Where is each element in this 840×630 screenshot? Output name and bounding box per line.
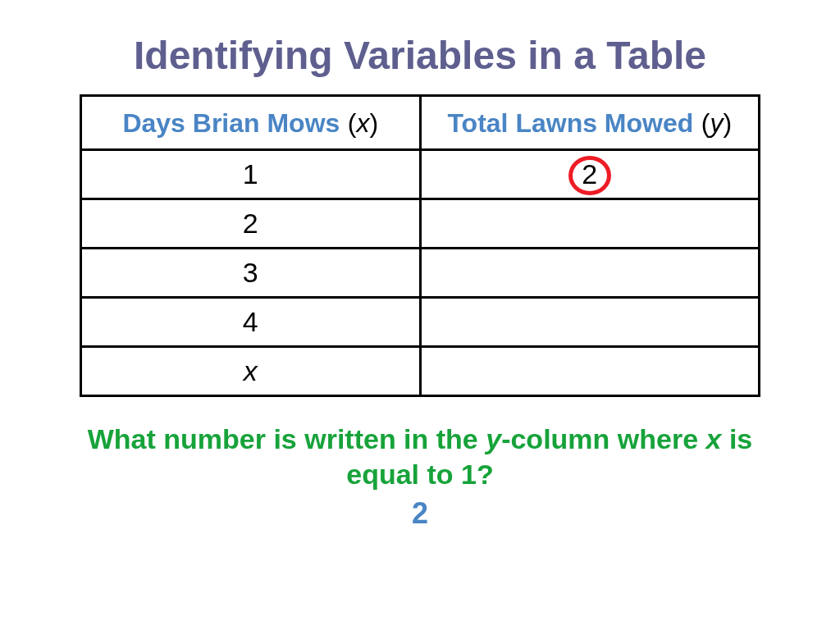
cell-x-value: 2: [243, 208, 258, 239]
table-row: 3: [81, 249, 760, 298]
table-row: 4: [81, 298, 760, 347]
header-var-x: (x): [348, 108, 378, 138]
table-header-row: Days Brian Mows (x) Total Lawns Mowed (y…: [81, 96, 760, 150]
cell-x: 2: [81, 199, 421, 249]
question-part1: What number is written in the: [88, 423, 486, 454]
header-label-y: Total Lawns Mowed: [447, 108, 693, 138]
cell-y: [420, 347, 760, 396]
question-text: What number is written in the y-column w…: [0, 422, 840, 491]
question-var-y: y: [486, 423, 501, 454]
cell-x: 4: [81, 298, 421, 347]
table-row: x: [81, 347, 760, 396]
cell-x-value: 1: [243, 158, 258, 189]
cell-x-value: 3: [243, 257, 258, 288]
header-cell-y: Total Lawns Mowed (y): [420, 96, 760, 150]
variables-table: Days Brian Mows (x) Total Lawns Mowed (y…: [80, 94, 760, 397]
table-container: Days Brian Mows (x) Total Lawns Mowed (y…: [80, 94, 760, 397]
cell-x: 1: [81, 150, 421, 199]
cell-y: [420, 249, 760, 298]
header-cell-x: Days Brian Mows (x): [81, 96, 421, 150]
cell-y: [420, 199, 760, 249]
question-var-x: x: [706, 423, 722, 454]
table-row: 2: [81, 199, 760, 249]
table-row: 12: [81, 150, 760, 199]
cell-x: x: [81, 347, 421, 396]
answer-text: 2: [0, 496, 840, 531]
header-label-x: Days Brian Mows: [122, 108, 340, 138]
cell-y-value: 2: [582, 158, 597, 189]
header-var-y: (y): [701, 108, 732, 138]
cell-x-value: x: [244, 355, 258, 386]
cell-x: 3: [81, 249, 421, 298]
question-part2: -column where: [501, 423, 705, 454]
page-title: Identifying Variables in a Table: [0, 33, 840, 78]
cell-y: [420, 298, 760, 347]
cell-y: 2: [420, 150, 760, 199]
cell-x-value: 4: [243, 306, 258, 337]
